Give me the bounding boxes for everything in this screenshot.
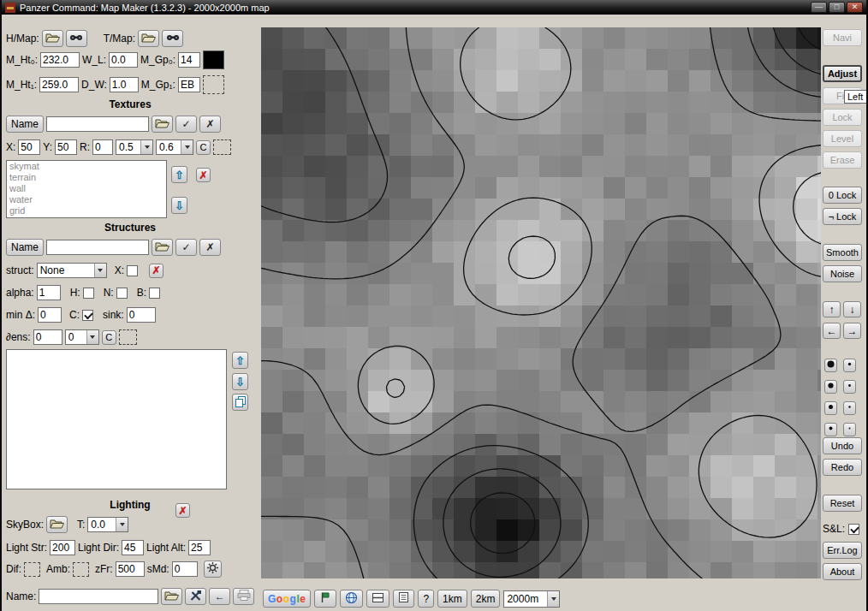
structure-delete-button[interactable]: ✗ xyxy=(149,264,163,278)
shift-left-button[interactable]: ← xyxy=(823,323,841,339)
list-item[interactable]: skymat xyxy=(7,161,166,172)
list-item[interactable]: water xyxy=(7,194,166,205)
report-button[interactable] xyxy=(393,590,414,608)
smd-input[interactable] xyxy=(172,561,198,577)
chevron-down-icon[interactable] xyxy=(116,518,128,531)
close-button[interactable]: ✕ xyxy=(847,2,863,13)
map-canvas[interactable] xyxy=(261,27,821,578)
file-name-input[interactable] xyxy=(39,589,158,604)
smooth-button[interactable]: Smooth xyxy=(823,244,862,261)
save-load-checkbox[interactable] xyxy=(848,524,859,535)
settings-button[interactable] xyxy=(204,561,222,578)
texture-apply-button[interactable]: ✓ xyxy=(175,116,197,133)
zfr-input[interactable] xyxy=(116,561,145,577)
wl-input[interactable] xyxy=(109,52,138,68)
structure-open-button[interactable] xyxy=(152,239,173,256)
brush-size-button[interactable] xyxy=(843,401,856,415)
error-log-button[interactable]: Err.Log xyxy=(823,542,862,559)
mgp0-color-swatch[interactable] xyxy=(203,50,224,69)
dif-color-swatch[interactable] xyxy=(24,562,40,577)
about-button[interactable]: About xyxy=(823,563,862,580)
tex-scale2-combo[interactable]: 0.6 xyxy=(156,139,193,155)
raise-button[interactable]: ↑ xyxy=(823,301,841,317)
adjust-button[interactable]: Adjust xyxy=(823,65,862,82)
noise-button[interactable]: Noise xyxy=(823,265,862,282)
chevron-down-icon[interactable] xyxy=(140,140,152,154)
zero-lock-button[interactable]: 0 Lock xyxy=(823,187,862,204)
b-checkbox[interactable] xyxy=(149,288,160,299)
light-str-input[interactable] xyxy=(50,540,75,555)
brush-size-button[interactable] xyxy=(824,359,837,372)
list-item[interactable]: wall xyxy=(7,183,166,194)
reset-button[interactable]: Reset xyxy=(823,495,862,512)
print-button[interactable] xyxy=(233,588,254,605)
maximize-button[interactable]: □ xyxy=(829,2,845,13)
tools-button[interactable] xyxy=(185,588,206,605)
chevron-down-icon[interactable] xyxy=(547,591,559,607)
sink-input[interactable] xyxy=(127,307,156,323)
n-checkbox[interactable] xyxy=(116,288,128,299)
undo-button[interactable]: Undo xyxy=(823,437,862,454)
mgp1-input[interactable] xyxy=(178,77,200,92)
texture-list[interactable]: skymat terrain wall water grid xyxy=(6,160,167,218)
lower-button[interactable]: ↓ xyxy=(843,301,861,317)
flag-button[interactable] xyxy=(314,590,336,608)
brush-size-button[interactable] xyxy=(824,423,837,436)
chevron-down-icon[interactable] xyxy=(181,140,193,154)
map-scale-combo[interactable]: 2000m xyxy=(503,590,560,608)
back-button[interactable]: ← xyxy=(209,588,230,605)
structure-copy-button[interactable] xyxy=(232,394,248,411)
mgp1-color-swatch[interactable] xyxy=(203,75,224,94)
alpha-input[interactable] xyxy=(37,285,61,300)
dw-input[interactable] xyxy=(110,77,139,92)
file-open-button[interactable] xyxy=(161,588,182,605)
brush-size-button[interactable] xyxy=(843,359,856,372)
help-button[interactable]: ? xyxy=(418,590,434,608)
min-delta-input[interactable] xyxy=(38,307,62,323)
struct-x-checkbox[interactable] xyxy=(127,265,138,276)
texture-delete-button[interactable]: ✗ xyxy=(196,168,211,182)
t-combo[interactable]: 0.0 xyxy=(87,517,128,532)
minimize-button[interactable]: — xyxy=(811,2,827,13)
tmap-open-button[interactable] xyxy=(138,30,159,47)
light-alt-input[interactable] xyxy=(188,540,211,555)
tex-color-swatch[interactable] xyxy=(213,139,231,155)
hmap-view-button[interactable] xyxy=(66,30,87,47)
mht0-input[interactable] xyxy=(40,52,80,68)
c-checkbox[interactable] xyxy=(82,310,93,321)
texture-move-down-button[interactable]: ⇩ xyxy=(171,197,187,214)
chevron-down-icon[interactable] xyxy=(94,264,106,277)
structure-name-button[interactable]: Name xyxy=(6,239,44,256)
tex-r-input[interactable] xyxy=(92,139,113,155)
shift-right-button[interactable]: → xyxy=(843,323,861,339)
brush-size-button[interactable] xyxy=(824,380,837,394)
scale-2km-button[interactable]: 2km xyxy=(471,590,501,608)
density-color-button[interactable]: C xyxy=(102,330,116,345)
lighting-delete-button[interactable]: ✗ xyxy=(175,503,190,518)
density-combo[interactable]: 0 xyxy=(65,329,99,345)
list-item[interactable]: grid xyxy=(7,205,166,217)
scale-1km-button[interactable]: 1km xyxy=(437,590,467,608)
tex-y-input[interactable] xyxy=(55,139,77,155)
texture-open-button[interactable] xyxy=(152,116,173,133)
split-view-button[interactable] xyxy=(366,590,389,608)
structure-name-input[interactable] xyxy=(46,240,149,255)
google-button[interactable]: Google xyxy=(263,590,311,608)
hmap-open-button[interactable] xyxy=(42,30,63,47)
brush-size-button[interactable] xyxy=(843,380,856,394)
structure-apply-button[interactable]: ✓ xyxy=(175,239,197,256)
texture-name-input[interactable] xyxy=(46,116,149,132)
structure-cancel-button[interactable]: ✗ xyxy=(199,239,221,256)
texture-cancel-button[interactable]: ✗ xyxy=(199,116,221,133)
texture-move-up-button[interactable]: ⇧ xyxy=(171,166,187,183)
tmap-view-button[interactable] xyxy=(162,30,183,47)
density-input[interactable] xyxy=(33,329,62,345)
structure-list[interactable] xyxy=(6,349,227,489)
globe-button[interactable] xyxy=(340,590,363,608)
not-lock-button[interactable]: ¬ Lock xyxy=(823,208,862,225)
structure-move-down-button[interactable]: ⇩ xyxy=(232,373,248,390)
mgp0-input[interactable] xyxy=(178,52,200,68)
texture-name-button[interactable]: Name xyxy=(6,116,44,133)
light-dir-input[interactable] xyxy=(122,540,144,555)
skybox-open-button[interactable] xyxy=(46,516,68,533)
